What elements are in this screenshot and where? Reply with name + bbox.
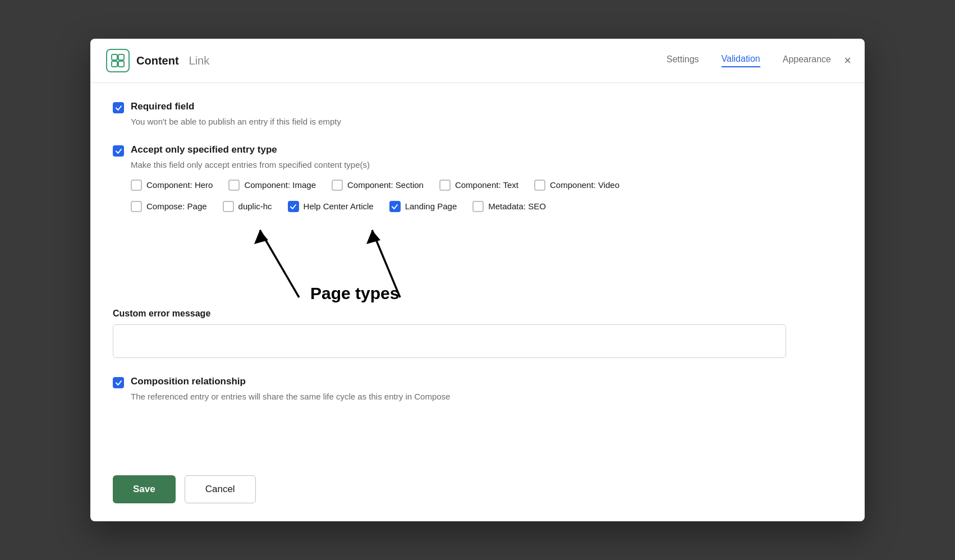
label-component-text: Component: Text: [455, 180, 518, 190]
label-component-image: Component: Image: [244, 180, 316, 190]
accept-only-section: Accept only specified entry type Make th…: [113, 144, 842, 212]
entry-type-help-center-article: Help Center Article: [288, 200, 374, 212]
required-field-section: Required field You won't be able to publ…: [113, 101, 842, 126]
checkbox-component-text[interactable]: [439, 180, 451, 191]
svg-rect-0: [112, 54, 117, 60]
entry-type-component-hero: Component: Hero: [131, 178, 213, 191]
label-duplic-hc: duplic-hc: [238, 201, 272, 211]
app-logo: [106, 49, 130, 72]
footer-buttons: Save Cancel: [90, 464, 865, 521]
page-types-label: Page types: [310, 284, 399, 303]
entry-type-duplic-hc: duplic-hc: [223, 200, 272, 212]
svg-rect-1: [118, 54, 124, 60]
accept-only-row: Accept only specified entry type: [113, 144, 842, 157]
accept-only-desc: Make this field only accept entries from…: [131, 160, 842, 169]
accept-only-checkbox[interactable]: [113, 145, 124, 157]
accept-only-label: Accept only specified entry type: [131, 144, 277, 155]
composition-relationship-checkbox[interactable]: [113, 377, 124, 388]
label-help-center-article: Help Center Article: [304, 201, 374, 211]
checkbox-metadata-seo[interactable]: [472, 201, 484, 212]
entry-type-component-image: Component: Image: [228, 178, 316, 191]
custom-error-input[interactable]: [113, 324, 786, 358]
modal-content: Required field You won't be able to publ…: [90, 83, 865, 464]
required-field-label: Required field: [131, 101, 194, 112]
required-field-row: Required field: [113, 101, 842, 113]
cancel-button[interactable]: Cancel: [185, 475, 256, 503]
save-button[interactable]: Save: [113, 475, 176, 503]
header-nav: Settings Validation Appearance: [667, 54, 831, 67]
composition-relationship-label: Composition relationship: [131, 376, 246, 387]
tab-appearance[interactable]: Appearance: [783, 54, 831, 67]
tab-settings[interactable]: Settings: [667, 54, 699, 67]
page-types-annotation: Page types: [131, 219, 842, 303]
composition-relationship-section: Composition relationship The referenced …: [113, 376, 842, 401]
tab-validation[interactable]: Validation: [722, 54, 760, 67]
close-button[interactable]: ×: [844, 54, 851, 67]
entry-types-row-1: Component: Hero Component: Image Compone…: [131, 178, 842, 191]
entry-types-row-2: Compose: Page duplic-hc Help Center Arti…: [131, 200, 842, 212]
entry-type-metadata-seo: Metadata: SEO: [472, 200, 546, 212]
composition-relationship-desc: The referenced entry or entries will sha…: [131, 392, 842, 401]
svg-rect-2: [112, 61, 117, 67]
entry-type-landing-page: Landing Page: [389, 200, 457, 212]
required-field-desc: You won't be able to publish an entry if…: [131, 117, 842, 126]
page-title: Content: [136, 54, 179, 67]
svg-rect-3: [118, 61, 124, 67]
svg-marker-7: [366, 230, 380, 244]
label-component-hero: Component: Hero: [146, 180, 213, 190]
composition-relationship-row: Composition relationship: [113, 376, 842, 388]
checkbox-component-image[interactable]: [228, 180, 240, 191]
checkbox-help-center-article[interactable]: [288, 201, 299, 212]
entry-types-grid: Component: Hero Component: Image Compone…: [131, 178, 842, 212]
checkbox-compose-page[interactable]: [131, 201, 142, 212]
checkbox-component-video[interactable]: [534, 180, 545, 191]
required-field-checkbox[interactable]: [113, 102, 124, 113]
custom-error-section: Custom error message: [113, 309, 842, 358]
entry-type-component-text: Component: Text: [439, 178, 518, 191]
header-left: Content Link: [106, 49, 209, 72]
entry-type-compose-page: Compose: Page: [131, 200, 207, 212]
checkbox-component-hero[interactable]: [131, 180, 142, 191]
modal-header: Content Link Settings Validation Appeara…: [90, 39, 865, 83]
label-compose-page: Compose: Page: [146, 201, 207, 211]
checkbox-landing-page[interactable]: [389, 201, 401, 212]
checkbox-component-section[interactable]: [332, 180, 343, 191]
label-component-video: Component: Video: [550, 180, 619, 190]
label-landing-page: Landing Page: [405, 201, 457, 211]
custom-error-label: Custom error message: [113, 309, 842, 319]
label-metadata-seo: Metadata: SEO: [488, 201, 546, 211]
modal-dialog: Content Link Settings Validation Appeara…: [90, 39, 865, 521]
page-subtitle: Link: [189, 54, 210, 67]
label-component-section: Component: Section: [347, 180, 424, 190]
entry-type-component-section: Component: Section: [332, 178, 424, 191]
entry-type-component-video: Component: Video: [534, 178, 619, 191]
checkbox-duplic-hc[interactable]: [223, 201, 234, 212]
